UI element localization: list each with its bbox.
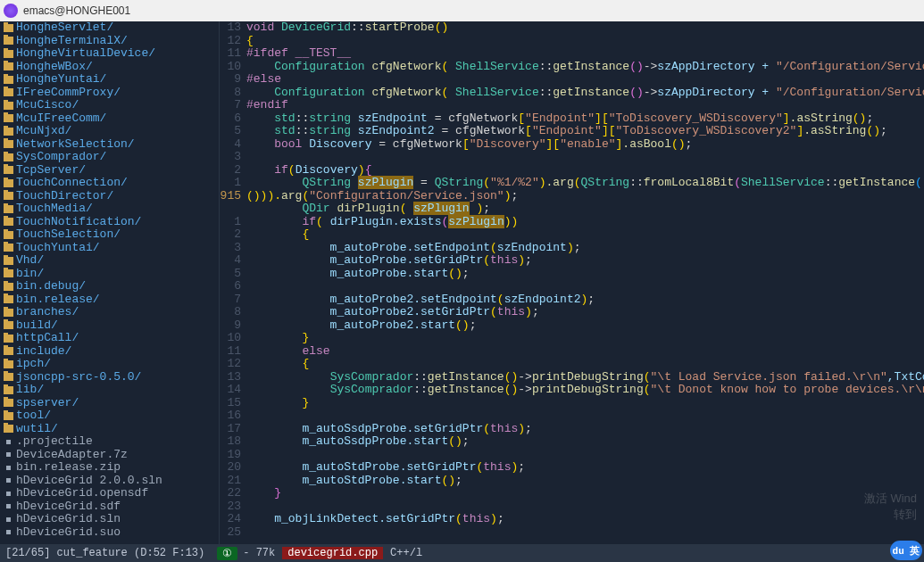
tree-folder[interactable]: McuNjxd/ [0,125,219,138]
tree-folder[interactable]: branches/ [0,306,219,319]
tree-folder[interactable]: bin/ [0,268,219,281]
tree-folder[interactable]: tool/ [0,409,219,423]
tree-folder[interactable]: HongheServlet/ [0,21,219,35]
code-line[interactable] [246,409,924,423]
tree-item-label: NetworkSelection/ [16,138,135,152]
code-line[interactable]: { [246,35,924,48]
code-line[interactable]: } [246,332,924,345]
line-number: 5 [220,268,241,281]
code-line[interactable]: #else [246,73,924,87]
tree-file[interactable]: hDeviceGrid.opensdf [0,487,219,500]
code-line[interactable]: m_autoProbe.start(); [246,268,924,281]
code-line[interactable]: m_autoSsdpProbe.start(); [246,435,924,449]
tree-folder[interactable]: McuIFreeComm/ [0,112,219,126]
code-line[interactable]: } [246,487,924,500]
code-line[interactable]: bool Discovery = cfgNetwork["Discovery"]… [246,138,924,152]
code-line[interactable]: SysComprador::getInstance()->printDebugS… [246,371,924,384]
line-number: 8 [220,87,241,100]
code-line[interactable]: std::string szEndpoint2 = cfgNetwork["En… [246,125,924,138]
code-editor[interactable]: 13121110987654321915 1234567891011121314… [220,21,924,544]
tree-file[interactable]: hDeviceGrid.suo [0,526,219,540]
tree-file[interactable]: hDeviceGrid.sln [0,513,219,526]
tree-folder[interactable]: spserver/ [0,397,219,410]
code-line[interactable]: m_autoProbe.setGridPtr(this); [246,254,924,268]
folder-icon [4,231,13,239]
line-number: 6 [220,112,241,126]
tree-folder[interactable]: include/ [0,345,219,359]
tree-folder[interactable]: NetworkSelection/ [0,138,219,152]
code-line[interactable]: m_autoSsdpProbe.setGridPtr(this); [246,423,924,436]
tree-folder[interactable]: bin.release/ [0,293,219,307]
tree-folder[interactable]: HongheYuntai/ [0,73,219,87]
code-line[interactable]: m_autoProbe2.setEndpoint(szEndpoint2); [246,293,924,307]
line-number: 915 [220,190,241,203]
code-content[interactable]: void DeviceGrid::startProbe(){#ifdef __T… [246,21,924,539]
tree-folder[interactable]: TouchConnection/ [0,177,219,190]
file-icon [6,530,11,534]
tree-folder[interactable]: TouchDirector/ [0,190,219,203]
code-line[interactable]: Configuration cfgNetwork( ShellService::… [246,87,924,100]
tree-folder[interactable]: TouchMedia/ [0,202,219,216]
code-line[interactable] [246,500,924,514]
folder-icon [4,62,13,70]
code-line[interactable]: { [246,358,924,371]
code-line[interactable] [246,280,924,293]
code-line[interactable]: } [246,397,924,410]
tree-folder[interactable]: SysComprador/ [0,151,219,164]
tree-file[interactable]: hDeviceGrid.sdf [0,500,219,514]
code-line[interactable]: m_objLinkDetect.setGridPtr(this); [246,513,924,526]
tree-item-label: TouchMedia/ [16,202,93,216]
tree-folder[interactable]: TouchNotification/ [0,216,219,229]
tree-folder[interactable]: build/ [0,319,219,333]
tree-item-label: hDeviceGrid.opensdf [16,487,148,500]
code-line[interactable]: #ifdef __TEST__ [246,47,924,61]
tree-folder[interactable]: IFreeCommProxy/ [0,87,219,100]
tree-file[interactable]: bin.release.zip [0,461,219,475]
tree-folder[interactable]: HongheVirtualDevice/ [0,47,219,61]
code-line[interactable]: m_autoProbe2.start(); [246,319,924,333]
code-line[interactable]: if( dirPlugin.exists(szPlugin)) [246,216,924,229]
tree-folder[interactable]: TcpServer/ [0,164,219,178]
tree-file[interactable]: hDeviceGrid 2.0.0.sln [0,475,219,488]
line-number: 19 [220,449,241,462]
file-tree[interactable]: HongheServlet/HongheTerminalX/HongheVirt… [0,21,220,544]
tree-item-label: include/ [16,345,71,359]
folder-icon [4,399,13,407]
ime-badge[interactable]: du 英 [890,541,922,560]
line-number: 13 [220,371,241,384]
code-line[interactable]: #endif [246,99,924,112]
code-line[interactable]: m_autoStdProbe.start(); [246,475,924,488]
code-line[interactable]: SysComprador::getInstance()->printDebugS… [246,384,924,397]
code-line[interactable]: std::string szEndpoint = cfgNetwork["End… [246,112,924,126]
code-line[interactable] [246,151,924,164]
code-line[interactable]: QDir dirPlugin( szPlugin ); [246,202,924,216]
tree-folder[interactable]: bin.debug/ [0,280,219,293]
code-line[interactable]: m_autoStdProbe.setGridPtr(this); [246,461,924,475]
code-line[interactable]: ())).arg("Configuration/Service.json"); [246,190,924,203]
tree-folder[interactable]: ipch/ [0,358,219,371]
tree-folder[interactable]: TouchYuntai/ [0,242,219,255]
tree-folder[interactable]: httpCall/ [0,332,219,345]
tree-folder[interactable]: Vhd/ [0,254,219,268]
code-line[interactable]: void DeviceGrid::startProbe() [246,21,924,35]
code-line[interactable]: m_autoProbe.setEndpoint(szEndpoint); [246,242,924,255]
line-number: 16 [220,409,241,423]
code-line[interactable]: { [246,228,924,242]
code-line[interactable]: m_autoProbe2.setGridPtr(this); [246,306,924,319]
tree-folder[interactable]: McuCisco/ [0,99,219,112]
tree-folder[interactable]: TouchSelection/ [0,228,219,242]
tree-folder[interactable]: wutil/ [0,423,219,436]
code-line[interactable] [246,449,924,462]
code-line[interactable]: QString szPlugin = QString("%1/%2").arg(… [246,177,924,190]
code-line[interactable]: else [246,345,924,359]
tree-folder[interactable]: HongheWBox/ [0,61,219,74]
tree-file[interactable]: DeviceAdapter.7z [0,449,219,462]
code-line[interactable]: if(Discovery){ [246,164,924,178]
tree-file[interactable]: .projectile [0,435,219,449]
tree-folder[interactable]: jsoncpp-src-0.5.0/ [0,371,219,384]
line-number: 4 [220,254,241,268]
tree-folder[interactable]: lib/ [0,384,219,397]
code-line[interactable]: Configuration cfgNetwork( ShellService::… [246,61,924,74]
tree-folder[interactable]: HongheTerminalX/ [0,35,219,48]
line-number: 22 [220,487,241,500]
